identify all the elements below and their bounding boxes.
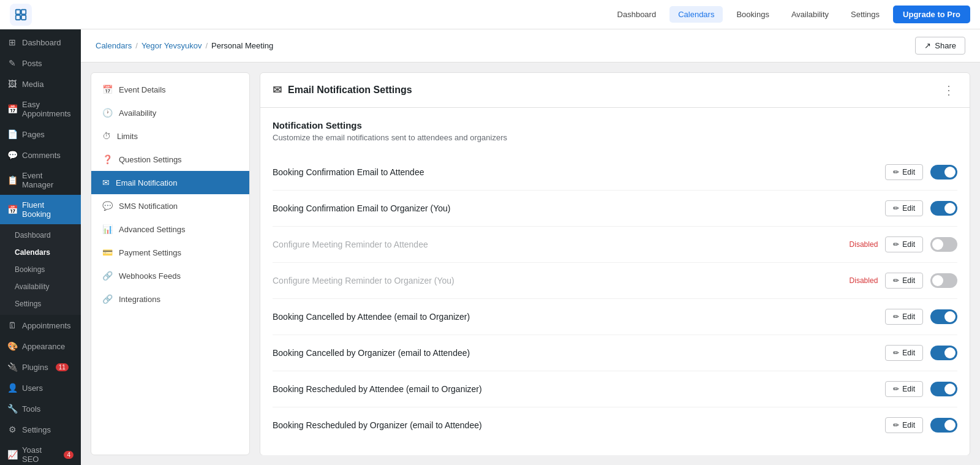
edit-button-5[interactable]: ✏ Edit <box>885 309 923 325</box>
edit-icon-7: ✏ <box>893 385 899 393</box>
fb-sub-settings[interactable]: Settings <box>0 295 81 312</box>
notif-row-7: Booking Rescheduled by Attendee (email t… <box>273 371 957 407</box>
availability-icon: 🕐 <box>102 108 113 118</box>
plugins-badge: 11 <box>56 363 69 371</box>
svg-rect-0 <box>16 9 20 13</box>
share-icon: ↗ <box>924 41 931 50</box>
lp-limits[interactable]: ⏱ Limits <box>91 124 249 148</box>
sidebar-item-event-manager[interactable]: 📋 Event Manager <box>0 165 81 195</box>
edit-button-6[interactable]: ✏ Edit <box>885 345 923 361</box>
pages-icon: 📄 <box>7 129 17 139</box>
posts-icon: ✎ <box>7 58 17 68</box>
sidebar-item-yoast[interactable]: 📈 Yoast SEO 4 <box>0 440 81 465</box>
section-title: ✉ Email Notification Settings <box>273 83 412 97</box>
edit-button-2[interactable]: ✏ Edit <box>885 200 923 216</box>
toggle-6[interactable] <box>930 346 957 360</box>
sidebar-item-media[interactable]: 🖼 Media <box>0 74 81 94</box>
sidebar-item-plugins[interactable]: 🔌 Plugins 11 <box>0 357 81 377</box>
content-area: 📅 Event Details 🕐 Availability ⏱ Limits … <box>81 62 980 465</box>
lp-event-details[interactable]: 📅 Event Details <box>91 78 249 101</box>
lp-email-notification[interactable]: ✉ Email Notification <box>91 171 249 194</box>
lp-availability[interactable]: 🕐 Availability <box>91 101 249 124</box>
sms-notification-icon: 💬 <box>102 201 113 211</box>
toggle-7[interactable] <box>930 382 957 396</box>
svg-rect-3 <box>21 15 26 19</box>
notif-row-4: Configure Meeting Reminder to Organizer … <box>273 263 957 299</box>
lp-sms-notification[interactable]: 💬 SMS Notification <box>91 194 249 217</box>
nav-calendars[interactable]: Calendars <box>669 6 723 23</box>
edit-icon-5: ✏ <box>893 312 899 321</box>
edit-icon-1: ✏ <box>893 168 899 176</box>
svg-rect-1 <box>21 9 26 13</box>
yoast-icon: 📈 <box>7 450 17 459</box>
notification-body: Notification Settings Customize the emai… <box>260 108 970 455</box>
fluent-booking-submenu: Dashboard Calendars Bookings Availabilit… <box>0 224 81 315</box>
toggle-4[interactable] <box>930 273 957 288</box>
notif-row-right-2: ✏ Edit <box>885 200 957 216</box>
notif-row-right-5: ✏ Edit <box>885 309 957 325</box>
nav-settings[interactable]: Settings <box>842 6 888 23</box>
sidebar-item-posts[interactable]: ✎ Posts <box>0 53 81 74</box>
question-settings-icon: ❓ <box>102 154 113 164</box>
sidebar-item-settings[interactable]: ⚙ Settings <box>0 419 81 440</box>
notif-row-right-7: ✏ Edit <box>885 381 957 397</box>
edit-icon-8: ✏ <box>893 421 899 429</box>
notif-label-3: Configure Meeting Reminder to Attendee <box>273 240 428 249</box>
notif-row-right-6: ✏ Edit <box>885 345 957 361</box>
upgrade-button[interactable]: Upgrade to Pro <box>893 6 970 23</box>
lp-question-settings[interactable]: ❓ Question Settings <box>91 148 249 171</box>
notif-row-8: Booking Rescheduled by Organizer (email … <box>273 407 957 443</box>
edit-button-7[interactable]: ✏ Edit <box>885 381 923 397</box>
edit-button-3[interactable]: ✏ Edit <box>885 236 923 252</box>
breadcrumb-user[interactable]: Yegor Yevsyukov <box>141 41 202 50</box>
edit-icon-3: ✏ <box>893 240 899 249</box>
email-notification-card: ✉ Email Notification Settings ⋮ Notifica… <box>260 72 970 455</box>
sidebar-item-dashboard[interactable]: ⊞ Dashboard <box>0 32 81 53</box>
edit-icon-6: ✏ <box>893 349 899 357</box>
more-options-button[interactable]: ⋮ <box>940 83 957 97</box>
toggle-5[interactable] <box>930 309 957 324</box>
left-panel: 📅 Event Details 🕐 Availability ⏱ Limits … <box>91 72 250 455</box>
sidebar-item-easy-appointments[interactable]: 📅 Easy Appointments <box>0 94 81 124</box>
toggle-1[interactable] <box>930 165 957 180</box>
svg-rect-2 <box>16 15 20 19</box>
notif-row-right-3: Disabled ✏ Edit <box>850 236 957 252</box>
nav-dashboard[interactable]: Dashboard <box>609 6 665 23</box>
fb-sub-bookings[interactable]: Bookings <box>0 261 81 278</box>
toggle-8[interactable] <box>930 418 957 433</box>
sidebar-item-fluent-booking[interactable]: 📅 Fluent Booking <box>0 195 81 224</box>
advanced-settings-icon: 📊 <box>102 224 113 234</box>
lp-integrations[interactable]: 🔗 Integrations <box>91 287 249 311</box>
fb-sub-availability[interactable]: Availability <box>0 278 81 295</box>
sidebar-item-users[interactable]: 👤 Users <box>0 377 81 398</box>
email-notification-icon: ✉ <box>102 178 110 187</box>
sidebar-item-appointments[interactable]: 🗓 Appointments <box>0 315 81 336</box>
share-button[interactable]: ↗ Share <box>915 37 965 55</box>
payment-settings-icon: 💳 <box>102 248 113 257</box>
sidebar-item-pages[interactable]: 📄 Pages <box>0 124 81 145</box>
nav-availability[interactable]: Availability <box>783 6 837 23</box>
sidebar-item-appearance[interactable]: 🎨 Appearance <box>0 336 81 357</box>
notif-label-2: Booking Confirmation Email to Organizer … <box>273 203 451 213</box>
easy-appointments-icon: 📅 <box>7 104 17 114</box>
toggle-2[interactable] <box>930 201 957 216</box>
notif-row-5: Booking Cancelled by Attendee (email to … <box>273 299 957 335</box>
notification-subheading: Customize the email notifications sent t… <box>273 133 957 142</box>
sidebar-item-comments[interactable]: 💬 Comments <box>0 145 81 165</box>
edit-button-4[interactable]: ✏ Edit <box>885 273 923 289</box>
toggle-3[interactable] <box>930 237 957 252</box>
lp-advanced-settings[interactable]: 📊 Advanced Settings <box>91 217 249 241</box>
fb-sub-dashboard[interactable]: Dashboard <box>0 227 81 244</box>
nav-bookings[interactable]: Bookings <box>728 6 777 23</box>
breadcrumb-calendars[interactable]: Calendars <box>96 41 132 50</box>
notif-row-right-8: ✏ Edit <box>885 417 957 433</box>
edit-button-8[interactable]: ✏ Edit <box>885 417 923 433</box>
settings-icon: ⚙ <box>7 425 17 434</box>
sidebar-item-tools[interactable]: 🔧 Tools <box>0 398 81 419</box>
fb-sub-calendars[interactable]: Calendars <box>0 244 81 261</box>
lp-payment-settings[interactable]: 💳 Payment Settings <box>91 241 249 264</box>
lp-webhooks-feeds[interactable]: 🔗 Webhooks Feeds <box>91 264 249 287</box>
edit-button-1[interactable]: ✏ Edit <box>885 164 923 180</box>
webhooks-feeds-icon: 🔗 <box>102 271 113 281</box>
tools-icon: 🔧 <box>7 404 17 414</box>
